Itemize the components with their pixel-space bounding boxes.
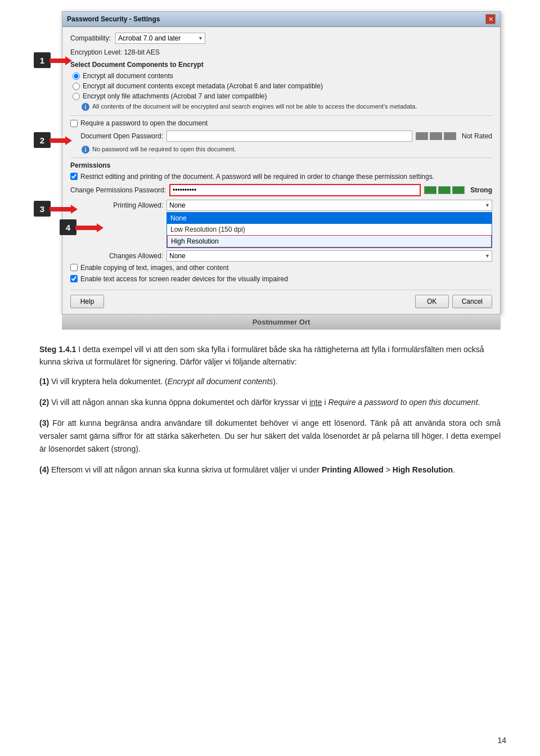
radio-except-metadata-input[interactable] — [73, 83, 80, 90]
para2-text: Vi vill att någon annan ska kunna öppna … — [51, 398, 480, 407]
radio-encrypt-all-input[interactable] — [73, 73, 80, 80]
changes-allowed-label: Changes Allowed: — [70, 252, 163, 260]
para1-text: Vi vill kryptera hela dokumentet. (Encry… — [51, 377, 278, 386]
radio-attachments-label: Encrypt only file attachments (Acrobat 7… — [83, 92, 267, 100]
para4-num: (4) — [39, 465, 49, 474]
cancel-button[interactable]: Cancel — [452, 295, 492, 308]
strength-bar-2 — [430, 132, 442, 140]
select-components-header: Select Document Components to Encrypt — [70, 61, 492, 69]
require-password-checkbox[interactable] — [70, 120, 78, 127]
encryption-level: Encryption Level: 128-bit AES — [70, 48, 492, 56]
postnummer-bar: Postnummer Ort — [62, 314, 501, 330]
restrict-editing-row[interactable]: Restrict editing and printing of the doc… — [70, 173, 492, 181]
dialog-titlebar: Password Security - Settings ✕ — [62, 12, 500, 27]
step-intro-text: I detta exempel vill vi att den som ska … — [39, 345, 484, 366]
para3-num: (3) — [39, 418, 49, 428]
content-section: Steg 1.4.1 I detta exempel vill vi att d… — [34, 343, 506, 476]
para2-num: (2) — [39, 398, 49, 407]
radio-encrypt-attachments[interactable]: Encrypt only file attachments (Acrobat 7… — [73, 92, 492, 100]
restrict-editing-checkbox[interactable] — [70, 173, 78, 180]
strength-bar-1 — [416, 132, 428, 140]
restrict-editing-label: Restrict editing and printing of the doc… — [80, 173, 434, 181]
step-arrow-4 — [75, 222, 104, 233]
radio-encrypt-all[interactable]: Encrypt all document contents — [73, 72, 492, 80]
printing-allowed-row: Printing Allowed: None — [70, 200, 492, 211]
step-badge-4: 4 — [60, 219, 76, 235]
enable-copying-label: Enable copying of text, images, and othe… — [80, 264, 229, 272]
require-password-label: Require a password to open the document — [80, 119, 208, 127]
permissions-strength-label: Strong — [470, 186, 492, 194]
svg-marker-0 — [50, 56, 72, 65]
permissions-header: Permissions — [70, 161, 492, 169]
permissions-strength-bar-1 — [424, 186, 436, 194]
info-text: All contents of the document will be enc… — [92, 102, 417, 111]
step-arrow-3 — [50, 204, 78, 215]
enable-screen-reader-checkbox[interactable] — [70, 275, 78, 282]
svg-marker-3 — [75, 223, 104, 232]
changes-allowed-select-wrapper[interactable]: None — [166, 250, 492, 262]
svg-marker-1 — [50, 136, 72, 145]
enable-copying-checkbox[interactable] — [70, 264, 78, 271]
compatibility-select-wrapper[interactable]: Acrobat 7.0 and later — [115, 33, 205, 44]
step-arrow-1 — [50, 55, 72, 66]
enable-screen-reader-label: Enable text access for screen reader dev… — [80, 275, 288, 283]
printing-dropdown-popup: None Low Resolution (150 dpi) High Resol… — [166, 212, 492, 248]
doc-open-password-input[interactable] — [166, 130, 412, 142]
svg-marker-2 — [50, 205, 78, 214]
paragraph-3: (3) För att kunna begränsa andra använda… — [39, 417, 501, 456]
printing-allowed-select[interactable]: None — [166, 200, 492, 211]
info-row: i All contents of the document will be e… — [82, 102, 492, 111]
require-password-row[interactable]: Require a password to open the document — [70, 119, 492, 127]
para4-text: Eftersom vi vill att någon annan ska kun… — [51, 465, 455, 474]
info-icon: i — [82, 103, 89, 111]
strength-bar-3 — [444, 132, 456, 140]
change-permissions-input[interactable] — [169, 184, 421, 196]
step-label: Steg 1.4.1 — [39, 345, 76, 354]
dialog-title: Password Security - Settings — [67, 15, 160, 23]
radio-except-metadata-label: Encrypt all document contents except met… — [83, 82, 323, 90]
compatibility-row: Compatibility: Acrobat 7.0 and later — [70, 33, 492, 44]
dropdown-item-high-res[interactable]: High Resolution — [167, 235, 492, 248]
compatibility-label: Compatibility: — [70, 34, 111, 42]
printing-allowed-label: Printing Allowed: — [70, 201, 163, 209]
ok-button[interactable]: OK — [415, 295, 449, 308]
compatibility-select[interactable]: Acrobat 7.0 and later — [115, 33, 205, 44]
page-number: 14 — [497, 736, 506, 745]
changes-allowed-row: Changes Allowed: None — [70, 250, 492, 262]
permissions-strength-bar-3 — [452, 186, 465, 194]
radio-attachments-input[interactable] — [73, 93, 80, 100]
step-badge-2: 2 — [34, 132, 51, 148]
permissions-strength-bars — [424, 186, 465, 194]
paragraph-1: (1) Vi vill kryptera hela dokumentet. (E… — [39, 375, 501, 388]
doc-open-password-row: Document Open Password: Not Rated — [70, 130, 492, 142]
change-permissions-label: Change Permissions Password: — [70, 186, 166, 194]
step-badge-1: 1 — [34, 52, 51, 68]
dialog-buttons: Help OK Cancel — [70, 290, 492, 308]
radio-encrypt-except-metadata[interactable]: Encrypt all document contents except met… — [73, 82, 492, 90]
enable-copying-row[interactable]: Enable copying of text, images, and othe… — [70, 264, 492, 272]
changes-allowed-select[interactable]: None — [166, 250, 492, 262]
permissions-section: Permissions Restrict editing and printin… — [70, 161, 492, 283]
dropdown-item-low-res[interactable]: Low Resolution (150 dpi) — [167, 224, 492, 235]
dialog-body: Compatibility: Acrobat 7.0 and later Enc… — [62, 27, 500, 314]
dropdown-item-none[interactable]: None — [167, 213, 492, 224]
enable-screen-reader-row[interactable]: Enable text access for screen reader dev… — [70, 275, 492, 283]
paragraph-2: (2) Vi vill att någon annan ska kunna öp… — [39, 396, 501, 409]
step-arrow-2 — [50, 135, 72, 146]
paragraph-4: (4) Eftersom vi vill att någon annan ska… — [39, 464, 501, 476]
para3-text: För att kunna begränsa andra användare t… — [39, 418, 501, 453]
dialog-window: Password Security - Settings ✕ Compatibi… — [62, 11, 501, 314]
no-password-info-icon: i — [82, 146, 89, 154]
permissions-strength-bar-2 — [438, 186, 451, 194]
radio-encrypt-all-label: Encrypt all document contents — [83, 72, 173, 80]
step-badge-3: 3 — [34, 201, 51, 217]
step-intro-paragraph: Steg 1.4.1 I detta exempel vill vi att d… — [39, 343, 501, 368]
no-password-info-text: No password will be required to open thi… — [92, 145, 236, 154]
change-permissions-password-row: Change Permissions Password: Strong — [70, 184, 492, 196]
no-password-info-row: i No password will be required to open t… — [82, 145, 492, 154]
not-rated-label: Not Rated — [462, 132, 492, 140]
doc-open-password-label: Document Open Password: — [70, 132, 163, 140]
close-button[interactable]: ✕ — [485, 14, 496, 24]
help-button[interactable]: Help — [70, 295, 104, 308]
printing-allowed-select-wrapper[interactable]: None — [166, 200, 492, 211]
